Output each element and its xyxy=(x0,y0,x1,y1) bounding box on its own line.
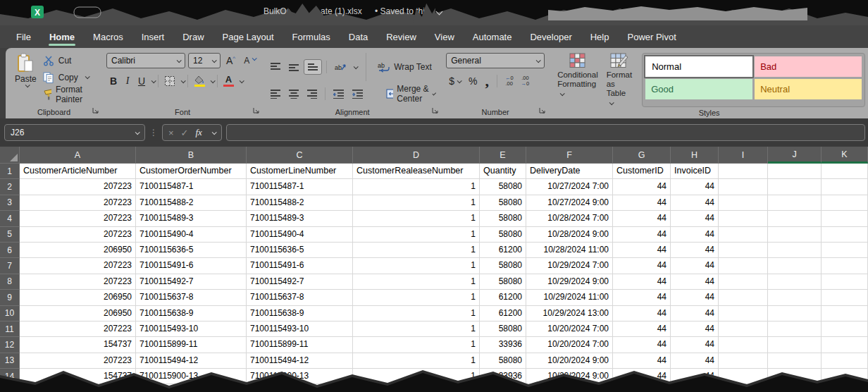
cell-H6[interactable]: 44 xyxy=(671,243,719,258)
cell-B7[interactable]: 7100115491-6 xyxy=(136,258,247,274)
font-dialog-launcher[interactable] xyxy=(253,107,260,116)
cell-D13[interactable]: 1 xyxy=(353,353,480,369)
cell-D4[interactable]: 1 xyxy=(353,211,480,226)
cell-I2[interactable] xyxy=(719,179,768,195)
column-header-J[interactable]: J xyxy=(768,147,822,164)
cell-C13[interactable]: 7100115494-12 xyxy=(247,353,353,369)
cell-A5[interactable]: 207223 xyxy=(20,227,136,243)
cell-I4[interactable] xyxy=(719,211,768,226)
cell-K9[interactable] xyxy=(822,290,868,305)
cell-B6[interactable]: 7100115636-5 xyxy=(136,243,247,258)
cell-A4[interactable]: 207223 xyxy=(20,211,136,226)
cell-C8[interactable]: 7100115492-7 xyxy=(247,274,353,290)
cell-E2[interactable]: 58080 xyxy=(480,179,526,195)
select-all-button[interactable] xyxy=(0,147,20,164)
cell-B3[interactable]: 7100115488-2 xyxy=(136,195,247,211)
cell-J5[interactable] xyxy=(768,227,822,243)
decrease-font-button[interactable]: A xyxy=(241,53,259,68)
cell-I14[interactable] xyxy=(719,369,768,384)
cell-C4[interactable]: 7100115489-3 xyxy=(247,211,353,226)
cell-K6[interactable] xyxy=(822,243,868,258)
cell-F10[interactable]: 10/29/2024 13:00 xyxy=(526,306,613,321)
cell-D8[interactable]: 1 xyxy=(353,274,480,290)
cell-D11[interactable]: 1 xyxy=(353,321,480,337)
cell-D10[interactable]: 1 xyxy=(353,306,480,321)
cell-H4[interactable]: 44 xyxy=(671,211,719,226)
cell-I6[interactable] xyxy=(719,243,768,258)
cell-A13[interactable]: 207223 xyxy=(20,353,136,369)
cell-J3[interactable] xyxy=(768,195,822,211)
cell-F4[interactable]: 10/28/2024 7:00 xyxy=(526,211,613,226)
cell-G11[interactable]: 44 xyxy=(613,321,671,337)
formula-input[interactable] xyxy=(226,124,865,141)
tab-macros[interactable]: Macros xyxy=(84,25,132,48)
cell-J6[interactable] xyxy=(768,243,822,258)
cell-J9[interactable] xyxy=(768,290,822,305)
cell-B10[interactable]: 7100115638-9 xyxy=(136,306,247,321)
cell-H5[interactable]: 44 xyxy=(671,227,719,243)
cell-I1[interactable] xyxy=(719,164,768,179)
row-header-8[interactable]: 8 xyxy=(0,274,20,290)
row-header-13[interactable]: 13 xyxy=(0,353,20,369)
cell-F11[interactable]: 10/20/2024 7:00 xyxy=(526,321,613,337)
cell-G3[interactable]: 44 xyxy=(613,195,671,211)
cut-button[interactable]: Cut xyxy=(43,53,98,68)
row-header-2[interactable]: 2 xyxy=(0,179,20,195)
tab-formulas[interactable]: Formulas xyxy=(283,25,340,48)
cell-C1[interactable]: CustomerLineNumber xyxy=(247,164,353,179)
cell-I5[interactable] xyxy=(719,227,768,243)
cell-E8[interactable]: 58080 xyxy=(480,274,526,290)
row-header-11[interactable]: 11 xyxy=(0,321,20,337)
column-header-F[interactable]: F xyxy=(526,147,613,164)
cell-A3[interactable]: 207223 xyxy=(20,195,136,211)
cell-J2[interactable] xyxy=(768,179,822,195)
cell-K13[interactable] xyxy=(822,353,868,369)
alignment-dialog-launcher[interactable] xyxy=(432,107,439,116)
underline-button[interactable]: U xyxy=(135,73,149,89)
cell-I13[interactable] xyxy=(719,353,768,369)
column-header-E[interactable]: E xyxy=(480,147,526,164)
column-header-I[interactable]: I xyxy=(719,147,768,164)
row-header-5[interactable]: 5 xyxy=(0,227,20,243)
percent-style-button[interactable]: % xyxy=(466,73,480,89)
cell-J11[interactable] xyxy=(768,321,822,337)
insert-function-button[interactable]: fx xyxy=(196,127,202,138)
orientation-button[interactable]: ab xyxy=(331,59,349,75)
align-left-button[interactable] xyxy=(267,86,284,102)
column-header-B[interactable]: B xyxy=(136,147,247,164)
cell-H7[interactable]: 44 xyxy=(671,258,719,274)
cell-E3[interactable]: 58080 xyxy=(480,195,526,211)
cell-D9[interactable]: 1 xyxy=(353,290,480,305)
cell-D5[interactable]: 1 xyxy=(353,227,480,243)
cell-D6[interactable]: 1 xyxy=(353,243,480,258)
cell-K12[interactable] xyxy=(822,337,868,353)
cell-D12[interactable]: 1 xyxy=(353,337,480,353)
tab-page-layout[interactable]: Page Layout xyxy=(213,25,283,48)
align-bottom-button[interactable] xyxy=(304,59,322,75)
cell-A6[interactable]: 206950 xyxy=(20,243,136,258)
row-header-6[interactable]: 6 xyxy=(0,243,20,258)
row-header-12[interactable]: 12 xyxy=(0,337,20,353)
cell-H12[interactable]: 44 xyxy=(671,337,719,353)
cell-J10[interactable] xyxy=(768,306,822,321)
column-header-G[interactable]: G xyxy=(613,147,671,164)
italic-button[interactable]: I xyxy=(120,73,135,89)
comma-style-button[interactable]: , xyxy=(482,73,492,89)
cell-K3[interactable] xyxy=(822,195,868,211)
cell-H13[interactable]: 44 xyxy=(671,353,719,369)
cell-A2[interactable]: 207223 xyxy=(20,179,136,195)
cell-G10[interactable]: 44 xyxy=(613,306,671,321)
cell-I9[interactable] xyxy=(719,290,768,305)
cell-C7[interactable]: 7100115491-6 xyxy=(247,258,353,274)
wrap-text-button[interactable]: ab Wrap Text xyxy=(375,59,435,75)
column-header-K[interactable]: K xyxy=(822,147,868,164)
cell-B2[interactable]: 7100115487-1 xyxy=(136,179,247,195)
cell-E7[interactable]: 58080 xyxy=(480,258,526,274)
bold-button[interactable]: B xyxy=(106,73,120,89)
cell-K8[interactable] xyxy=(822,274,868,290)
cell-I7[interactable] xyxy=(719,258,768,274)
cell-F12[interactable]: 10/20/2024 7:00 xyxy=(526,337,613,353)
decrease-decimal-button[interactable]: .00→0 xyxy=(519,73,533,89)
cell-C2[interactable]: 7100115487-1 xyxy=(247,179,353,195)
cell-A10[interactable]: 206950 xyxy=(20,306,136,321)
